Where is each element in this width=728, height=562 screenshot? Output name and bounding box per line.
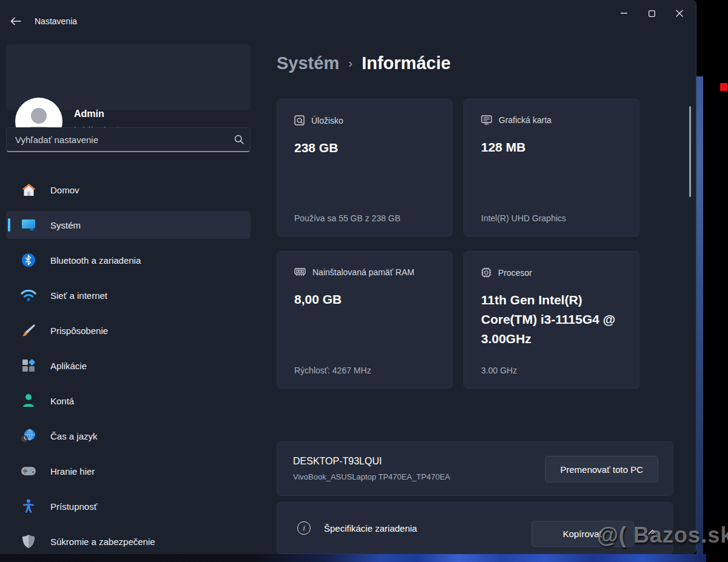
sidebar-item-label: Hranie hier — [50, 466, 95, 477]
page-title: Informácie — [362, 53, 451, 73]
card-detail: Intel(R) UHD Graphics — [481, 213, 566, 223]
accounts-icon — [21, 393, 36, 409]
close-button[interactable] — [666, 2, 693, 24]
titlebar: Nastavenia — [0, 0, 696, 39]
card-title: Procesor — [498, 268, 532, 278]
sidebar-item-label: Prístupnosť — [50, 501, 97, 512]
sidebar-item-accounts[interactable]: Kontá — [6, 387, 251, 415]
close-icon — [676, 10, 683, 17]
card-value: 238 GB — [294, 138, 435, 158]
ram-card: Nainštalovaná pamäť RAM 8,00 GB Rýchlosť… — [277, 251, 453, 389]
gpu-icon — [481, 115, 492, 125]
search-icon[interactable] — [228, 135, 250, 144]
device-model: VivoBook_ASUSLaptop TP470EA_TP470EA — [293, 472, 450, 481]
sidebar-item-gaming[interactable]: Hranie hier — [6, 457, 251, 485]
home-icon — [21, 182, 36, 198]
card-value: 11th Gen Intel(R) Core(TM) i3-1115G4 @ 3… — [481, 290, 622, 349]
sidebar-item-label: Aplikácie — [50, 361, 87, 371]
sidebar-item-label: Čas a jazyk — [50, 431, 98, 441]
sidebar-item-label: Súkromie a zabezpečenie — [50, 537, 155, 547]
settings-window: Nastavenia Admin Lokálne k — [0, 0, 696, 554]
sidebar-item-apps[interactable]: Aplikácie — [6, 352, 251, 380]
card-detail: Rýchlosť: 4267 MHz — [294, 366, 371, 375]
card-value: 128 MB — [481, 138, 622, 157]
apps-icon — [21, 358, 36, 373]
system-icon — [21, 217, 36, 233]
brush-icon — [21, 323, 36, 338]
time-language-icon — [21, 428, 36, 444]
minimize-button[interactable] — [610, 2, 638, 24]
ram-icon — [294, 268, 306, 276]
gpu-card: Grafická karta 128 MB Intel(R) UHD Graph… — [463, 99, 639, 236]
breadcrumb: Systém › Informácie — [277, 53, 451, 73]
card-value: 8,00 GB — [294, 290, 435, 309]
wifi-icon — [21, 287, 36, 303]
app-title: Nastavenia — [35, 16, 77, 26]
back-arrow-icon — [10, 17, 21, 25]
sidebar-item-label: Sieť a internet — [50, 290, 107, 301]
sidebar-item-time-language[interactable]: Čas a jazyk — [6, 422, 251, 450]
red-marker — [720, 83, 727, 91]
gamepad-icon — [21, 463, 36, 479]
breadcrumb-parent[interactable]: Systém — [277, 53, 339, 73]
breadcrumb-separator-icon: › — [348, 56, 352, 70]
card-title: Nainštalovaná pamäť RAM — [312, 267, 414, 277]
accessibility-icon — [21, 498, 36, 514]
watermark: @( Bazos.sk — [597, 523, 728, 548]
sidebar-item-domov[interactable]: Domov — [6, 176, 251, 204]
card-detail: 3.00 GHz — [481, 366, 517, 375]
info-icon: i — [297, 521, 311, 535]
search-input[interactable] — [7, 135, 228, 145]
card-title: Úložisko — [311, 116, 343, 125]
sidebar-item-label: Kontá — [50, 396, 74, 406]
sidebar-nav: Domov Systém Blu — [6, 176, 251, 554]
back-button[interactable] — [5, 13, 27, 30]
specs-label: Špecifikácie zariadenia — [324, 523, 417, 534]
sidebar-item-network[interactable]: Sieť a internet — [6, 281, 251, 309]
maximize-button[interactable] — [638, 2, 666, 24]
wallpaper-right-sliver — [696, 76, 703, 554]
sidebar-item-label: Systém — [50, 220, 81, 230]
sidebar-item-privacy[interactable]: Súkromie a zabezpečenie — [6, 527, 251, 554]
bluetooth-icon — [21, 252, 36, 268]
sidebar-item-bluetooth[interactable]: Bluetooth a zariadenia — [6, 246, 251, 274]
sidebar-item-personalization[interactable]: Prispôsobenie — [6, 316, 251, 344]
sidebar-item-system[interactable]: Systém — [6, 211, 251, 239]
selection-accent-bar — [8, 218, 10, 232]
cpu-card: Procesor 11th Gen Intel(R) Core(TM) i3-1… — [463, 251, 639, 389]
storage-icon — [294, 115, 305, 125]
card-title: Grafická karta — [499, 115, 551, 125]
sidebar-item-label: Domov — [50, 185, 79, 195]
shield-icon — [21, 534, 36, 549]
wallpaper-bottom-strip — [0, 554, 706, 562]
maximize-icon — [649, 10, 655, 17]
card-detail: Používa sa 55 GB z 238 GB — [294, 213, 400, 223]
search-box — [6, 127, 251, 152]
cpu-icon — [481, 267, 491, 278]
sidebar-item-accessibility[interactable]: Prístupnosť — [6, 492, 251, 520]
sidebar-item-label: Prispôsobenie — [50, 326, 108, 336]
account-name: Admin — [74, 109, 104, 119]
account-card[interactable]: Admin Lokálne konto — [6, 44, 251, 110]
minimize-icon — [621, 13, 627, 14]
device-name: DESKTOP-T93LQUI — [293, 456, 382, 467]
sidebar-item-label: Bluetooth a zariadenia — [50, 255, 141, 266]
scrollbar-thumb[interactable] — [689, 106, 691, 197]
device-name-panel: DESKTOP-T93LQUI VivoBook_ASUSLaptop TP47… — [277, 441, 673, 496]
rename-pc-button[interactable]: Premenovať toto PC — [545, 456, 658, 483]
storage-card: Úložisko 238 GB Používa sa 55 GB z 238 G… — [277, 99, 453, 236]
